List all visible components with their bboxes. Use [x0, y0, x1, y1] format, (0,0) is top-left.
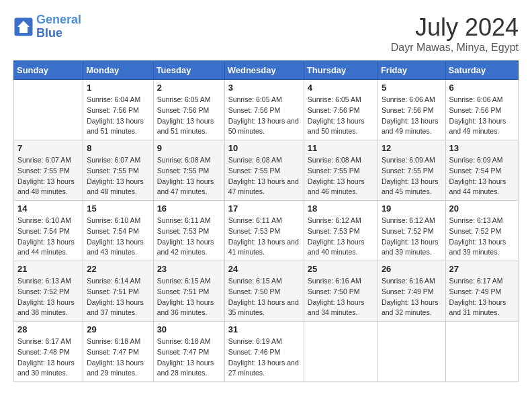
- calendar-cell: 26Sunrise: 6:16 AMSunset: 7:49 PMDayligh…: [378, 261, 445, 322]
- calendar-cell: 9Sunrise: 6:08 AMSunset: 7:55 PMDaylight…: [153, 140, 224, 201]
- day-number: 24: [228, 264, 300, 274]
- day-number: 10: [228, 143, 300, 153]
- calendar-cell: 28Sunrise: 6:17 AMSunset: 7:48 PMDayligh…: [14, 322, 83, 382]
- day-info: Sunrise: 6:12 AMSunset: 7:53 PMDaylight:…: [308, 216, 374, 258]
- calendar-cell: 20Sunrise: 6:13 AMSunset: 7:52 PMDayligh…: [445, 201, 518, 261]
- calendar-week-row: 21Sunrise: 6:13 AMSunset: 7:52 PMDayligh…: [14, 261, 519, 322]
- calendar-cell: 19Sunrise: 6:12 AMSunset: 7:52 PMDayligh…: [378, 201, 445, 261]
- day-number: 19: [382, 203, 442, 214]
- day-info: Sunrise: 6:07 AMSunset: 7:55 PMDaylight:…: [17, 155, 79, 197]
- calendar-week-row: 14Sunrise: 6:10 AMSunset: 7:54 PMDayligh…: [14, 201, 519, 261]
- weekday-header-thursday: Thursday: [304, 61, 378, 80]
- calendar-cell: 10Sunrise: 6:08 AMSunset: 7:55 PMDayligh…: [224, 140, 304, 201]
- day-number: 29: [87, 324, 149, 334]
- day-number: 21: [17, 264, 79, 274]
- calendar-cell: 6Sunrise: 6:06 AMSunset: 7:56 PMDaylight…: [445, 80, 518, 140]
- day-info: Sunrise: 6:14 AMSunset: 7:51 PMDaylight:…: [87, 276, 149, 318]
- month-year-title: July 2024: [391, 13, 519, 42]
- day-info: Sunrise: 6:11 AMSunset: 7:53 PMDaylight:…: [157, 216, 221, 258]
- calendar-week-row: 28Sunrise: 6:17 AMSunset: 7:48 PMDayligh…: [14, 322, 519, 382]
- calendar-cell: 17Sunrise: 6:11 AMSunset: 7:53 PMDayligh…: [224, 201, 304, 261]
- day-info: Sunrise: 6:17 AMSunset: 7:48 PMDaylight:…: [17, 336, 79, 379]
- calendar-week-row: 1Sunrise: 6:04 AMSunset: 7:56 PMDaylight…: [14, 80, 519, 140]
- calendar-cell: 4Sunrise: 6:05 AMSunset: 7:56 PMDaylight…: [304, 80, 378, 140]
- day-info: Sunrise: 6:13 AMSunset: 7:52 PMDaylight:…: [17, 276, 79, 318]
- calendar-body: 1Sunrise: 6:04 AMSunset: 7:56 PMDaylight…: [14, 80, 519, 382]
- calendar-cell: [378, 322, 445, 382]
- day-number: 6: [449, 83, 515, 93]
- day-number: 15: [87, 203, 149, 214]
- day-number: 20: [449, 203, 515, 214]
- location-subtitle: Dayr Mawas, Minya, Egypt: [391, 42, 519, 54]
- calendar-cell: 8Sunrise: 6:07 AMSunset: 7:55 PMDaylight…: [83, 140, 153, 201]
- calendar-cell: 29Sunrise: 6:18 AMSunset: 7:47 PMDayligh…: [83, 322, 153, 382]
- calendar-cell: 1Sunrise: 6:04 AMSunset: 7:56 PMDaylight…: [83, 80, 153, 140]
- day-number: 9: [157, 143, 221, 153]
- day-number: 30: [157, 324, 221, 334]
- weekday-header-tuesday: Tuesday: [153, 61, 224, 80]
- day-number: 28: [17, 324, 79, 334]
- day-number: 25: [308, 264, 374, 274]
- day-number: 17: [228, 203, 300, 214]
- calendar-cell: 21Sunrise: 6:13 AMSunset: 7:52 PMDayligh…: [14, 261, 83, 322]
- calendar-cell: 25Sunrise: 6:16 AMSunset: 7:50 PMDayligh…: [304, 261, 378, 322]
- day-number: 18: [308, 203, 374, 214]
- weekday-header-sunday: Sunday: [14, 61, 83, 80]
- day-number: 2: [157, 83, 221, 93]
- weekday-header-friday: Friday: [378, 61, 445, 80]
- day-info: Sunrise: 6:04 AMSunset: 7:56 PMDaylight:…: [87, 95, 149, 137]
- day-info: Sunrise: 6:06 AMSunset: 7:56 PMDaylight:…: [382, 95, 442, 137]
- calendar-cell: 2Sunrise: 6:05 AMSunset: 7:56 PMDaylight…: [153, 80, 224, 140]
- calendar-cell: 7Sunrise: 6:07 AMSunset: 7:55 PMDaylight…: [14, 140, 83, 201]
- logo-icon: [13, 17, 34, 37]
- calendar-cell: [445, 322, 518, 382]
- calendar-cell: 22Sunrise: 6:14 AMSunset: 7:51 PMDayligh…: [83, 261, 153, 322]
- day-info: Sunrise: 6:08 AMSunset: 7:55 PMDaylight:…: [228, 155, 300, 197]
- day-info: Sunrise: 6:13 AMSunset: 7:52 PMDaylight:…: [449, 216, 515, 258]
- calendar-cell: [304, 322, 378, 382]
- day-number: 4: [308, 83, 374, 93]
- calendar-cell: 24Sunrise: 6:15 AMSunset: 7:50 PMDayligh…: [224, 261, 304, 322]
- day-info: Sunrise: 6:07 AMSunset: 7:55 PMDaylight:…: [87, 155, 149, 197]
- day-info: Sunrise: 6:05 AMSunset: 7:56 PMDaylight:…: [228, 95, 300, 137]
- day-number: 23: [157, 264, 221, 274]
- day-number: 11: [308, 143, 374, 153]
- calendar-cell: 15Sunrise: 6:10 AMSunset: 7:54 PMDayligh…: [83, 201, 153, 261]
- calendar-cell: 3Sunrise: 6:05 AMSunset: 7:56 PMDaylight…: [224, 80, 304, 140]
- day-number: 7: [17, 143, 79, 153]
- weekday-header-monday: Monday: [83, 61, 153, 80]
- calendar-cell: 16Sunrise: 6:11 AMSunset: 7:53 PMDayligh…: [153, 201, 224, 261]
- day-number: 22: [87, 264, 149, 274]
- day-info: Sunrise: 6:09 AMSunset: 7:55 PMDaylight:…: [382, 155, 442, 197]
- day-info: Sunrise: 6:05 AMSunset: 7:56 PMDaylight:…: [308, 95, 374, 137]
- day-number: 26: [382, 264, 442, 274]
- day-number: 14: [17, 203, 79, 214]
- calendar-cell: 31Sunrise: 6:19 AMSunset: 7:46 PMDayligh…: [224, 322, 304, 382]
- calendar-cell: 13Sunrise: 6:09 AMSunset: 7:54 PMDayligh…: [445, 140, 518, 201]
- day-number: 13: [449, 143, 515, 153]
- calendar-week-row: 7Sunrise: 6:07 AMSunset: 7:55 PMDaylight…: [14, 140, 519, 201]
- calendar-cell: [14, 80, 83, 140]
- weekday-header-row: SundayMondayTuesdayWednesdayThursdayFrid…: [14, 61, 519, 80]
- day-info: Sunrise: 6:17 AMSunset: 7:49 PMDaylight:…: [449, 276, 515, 318]
- calendar-cell: 23Sunrise: 6:15 AMSunset: 7:51 PMDayligh…: [153, 261, 224, 322]
- day-info: Sunrise: 6:18 AMSunset: 7:47 PMDaylight:…: [87, 336, 149, 379]
- day-info: Sunrise: 6:18 AMSunset: 7:47 PMDaylight:…: [157, 336, 221, 379]
- day-info: Sunrise: 6:09 AMSunset: 7:54 PMDaylight:…: [449, 155, 515, 197]
- calendar-cell: 18Sunrise: 6:12 AMSunset: 7:53 PMDayligh…: [304, 201, 378, 261]
- logo: General Blue: [13, 13, 81, 40]
- weekday-header-saturday: Saturday: [445, 61, 518, 80]
- day-number: 1: [87, 83, 149, 93]
- calendar-cell: 14Sunrise: 6:10 AMSunset: 7:54 PMDayligh…: [14, 201, 83, 261]
- calendar-cell: 5Sunrise: 6:06 AMSunset: 7:56 PMDaylight…: [378, 80, 445, 140]
- day-info: Sunrise: 6:10 AMSunset: 7:54 PMDaylight:…: [17, 216, 79, 258]
- day-info: Sunrise: 6:15 AMSunset: 7:50 PMDaylight:…: [228, 276, 300, 318]
- day-number: 8: [87, 143, 149, 153]
- calendar-cell: 27Sunrise: 6:17 AMSunset: 7:49 PMDayligh…: [445, 261, 518, 322]
- calendar-cell: 30Sunrise: 6:18 AMSunset: 7:47 PMDayligh…: [153, 322, 224, 382]
- calendar-header: SundayMondayTuesdayWednesdayThursdayFrid…: [14, 61, 519, 80]
- weekday-header-wednesday: Wednesday: [224, 61, 304, 80]
- day-info: Sunrise: 6:05 AMSunset: 7:56 PMDaylight:…: [157, 95, 221, 137]
- day-info: Sunrise: 6:11 AMSunset: 7:53 PMDaylight:…: [228, 216, 300, 258]
- logo-text: General Blue: [36, 13, 81, 40]
